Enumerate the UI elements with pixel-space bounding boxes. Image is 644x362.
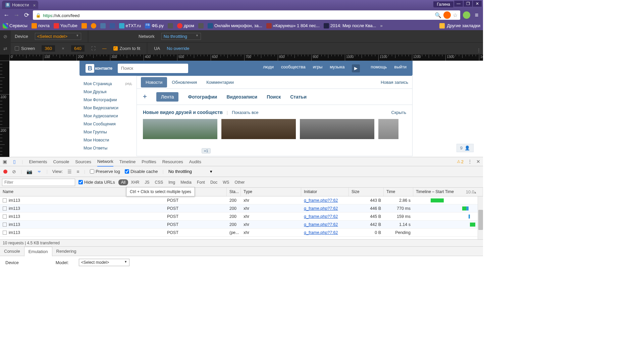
sidebar-item[interactable]: Мои Сообщения	[79, 120, 137, 128]
nav-music[interactable]: музыка	[330, 64, 344, 72]
bookmark-other[interactable]: Другие закладки	[439, 23, 480, 28]
tab-comments[interactable]: Комментарии	[202, 77, 238, 87]
subtab-articles[interactable]: Статьи	[290, 94, 307, 100]
tab-profiles[interactable]: Profiles	[142, 157, 156, 166]
nav-games[interactable]: игры	[313, 64, 323, 72]
col-type[interactable]: Type	[241, 188, 301, 196]
col-status[interactable]: Sta...	[227, 188, 241, 196]
back-button[interactable]: ←	[3, 12, 10, 19]
hide-link[interactable]: Скрыть	[391, 110, 406, 115]
inspect-icon[interactable]: ▣	[3, 159, 7, 164]
tab-sources[interactable]: Sources	[75, 157, 91, 166]
filter-pill-js[interactable]: JS	[142, 179, 152, 185]
nav-more-icon[interactable]: ▶	[352, 64, 360, 72]
subtab-search[interactable]: Поиск	[267, 94, 281, 100]
close-devtools-icon[interactable]: ✕	[476, 159, 480, 164]
bookmark-item[interactable]	[91, 23, 96, 28]
nav-communities[interactable]: сообщества	[281, 64, 306, 72]
bookmark-apps[interactable]: Сервисы	[3, 23, 28, 28]
search-input[interactable]	[118, 64, 188, 73]
sidebar-item[interactable]: Мои Новости	[79, 136, 137, 144]
nav-people[interactable]: люди	[263, 64, 274, 72]
zoom-checkbox[interactable]: Zoom to fit	[113, 46, 140, 51]
filter-input[interactable]	[2, 179, 75, 186]
sidebar-item[interactable]: Мои Аудиозаписи	[79, 112, 137, 120]
tab-audits[interactable]: Audits	[189, 157, 201, 166]
drawer-tab-rendering[interactable]: Rendering	[52, 247, 80, 256]
extension-icon[interactable]	[443, 11, 451, 19]
show-all-link[interactable]: Показать все	[232, 110, 258, 115]
nav-logout[interactable]: выйти	[394, 64, 407, 72]
bookmark-item[interactable]: «Карунеш» 1 804 пес...	[266, 23, 320, 28]
filter-pill-media[interactable]: Media	[178, 179, 194, 185]
tab-resources[interactable]: Resources	[162, 157, 183, 166]
bookmark-item[interactable]	[168, 23, 173, 28]
ua-override[interactable]: No override	[167, 46, 189, 51]
clear-icon[interactable]: ⊘	[12, 169, 16, 174]
filter-pill-css[interactable]: CSS	[152, 179, 166, 185]
throttle-select[interactable]: No throttling ▾	[168, 169, 232, 174]
sidebar-item[interactable]: Моя Страницаред.	[79, 80, 137, 88]
notification-counter[interactable]: 9👤	[457, 144, 474, 152]
maximize-button[interactable]: ❐	[464, 1, 472, 7]
bookmark-item[interactable]	[100, 23, 106, 28]
bookmark-item[interactable]: eTXT.ru	[119, 23, 141, 28]
bookmark-item[interactable]: Онлайн микрофон, за...	[208, 23, 262, 28]
preserve-log-checkbox[interactable]: Preserve log	[90, 169, 120, 174]
minimize-button[interactable]: —	[454, 1, 463, 7]
tab-timeline[interactable]: Timeline	[119, 157, 136, 166]
sidebar-item[interactable]: Мои Друзья	[79, 88, 137, 96]
filter-pill-xhr[interactable]: XHR	[128, 179, 142, 185]
subtab-photos[interactable]: Фотографии	[188, 94, 217, 100]
extension-icon-2[interactable]	[463, 11, 470, 19]
tab-news[interactable]: Новости	[141, 77, 167, 87]
sidebar-item[interactable]: Мои Видеозаписи	[79, 104, 137, 112]
orientation-icon[interactable]: ⛶	[91, 46, 96, 51]
new-post-link[interactable]: Новая запись	[381, 80, 408, 85]
screen-height[interactable]: 640	[71, 45, 85, 52]
warnings-badge[interactable]: ⚠2	[457, 159, 464, 164]
network-row[interactable]: im113POST(pe...xhrq_frame.php?7:620 BPen…	[0, 229, 483, 237]
menu-icon[interactable]: ≡	[473, 12, 480, 19]
drawer-tab-emulation[interactable]: Emulation	[24, 247, 52, 256]
filter-pill-all[interactable]: All	[118, 179, 128, 185]
swap-icon[interactable]: ⇄	[3, 46, 7, 51]
more-icon[interactable]: ⋮	[477, 48, 481, 53]
close-button[interactable]: ✕	[473, 1, 482, 7]
filter-pill-img[interactable]: Img	[166, 179, 178, 185]
sidebar-item[interactable]: Мои Фотографии	[79, 96, 137, 104]
filter-pill-other[interactable]: Other	[232, 179, 248, 185]
filter-pill-ws[interactable]: WS	[220, 179, 232, 185]
bookmark-item[interactable]	[198, 23, 204, 28]
device-mode-icon[interactable]: ▯	[13, 159, 16, 164]
screen-checkbox[interactable]: Screen	[15, 46, 35, 51]
screen-width[interactable]: 360	[42, 45, 55, 52]
browser-tab[interactable]: В Новости ×	[2, 1, 38, 9]
video-thumb[interactable]	[378, 119, 398, 139]
bookmark-item[interactable]: 2014: Мир после Ква...	[324, 23, 376, 28]
chrome-user-badge[interactable]: Галина	[433, 1, 453, 7]
video-thumb[interactable]	[143, 119, 217, 139]
drawer-model-select[interactable]: <Select model>	[79, 259, 129, 266]
tab-elements[interactable]: Elements	[29, 157, 47, 166]
bookmark-item[interactable]: YouTube	[54, 23, 77, 28]
bookmark-item[interactable]: FBФБ.ру	[145, 23, 164, 28]
drawer-toggle-icon[interactable]: ⋮	[468, 159, 472, 164]
col-size[interactable]: Size	[349, 188, 384, 196]
view-list-icon[interactable]: ☰	[67, 169, 72, 174]
device-model-select[interactable]: <Select model>	[35, 33, 81, 40]
disable-cache-checkbox[interactable]: Disable cache	[125, 169, 158, 174]
network-throttle-select[interactable]: No throttling	[161, 33, 201, 40]
subtab-feed[interactable]: Лента	[156, 92, 179, 102]
url-input[interactable]: 🔒 https://vk.com/feed 🔍 ☆	[33, 10, 460, 20]
scrollbar-vertical[interactable]	[478, 196, 483, 239]
network-row[interactable]: im113POST200xhrq_frame.php?7:62445 B159 …	[0, 213, 483, 221]
badge-plus1[interactable]: +1	[202, 148, 211, 154]
filter-icon[interactable]: ⫧	[37, 169, 42, 174]
filter-pill-doc[interactable]: Doc	[208, 179, 220, 185]
filter-pill-font[interactable]: Font	[194, 179, 208, 185]
tab-console[interactable]: Console	[53, 157, 69, 166]
col-initiator[interactable]: Initiator	[301, 188, 349, 196]
close-icon[interactable]: ×	[33, 3, 36, 8]
bookmark-item[interactable]: дром	[177, 23, 194, 28]
